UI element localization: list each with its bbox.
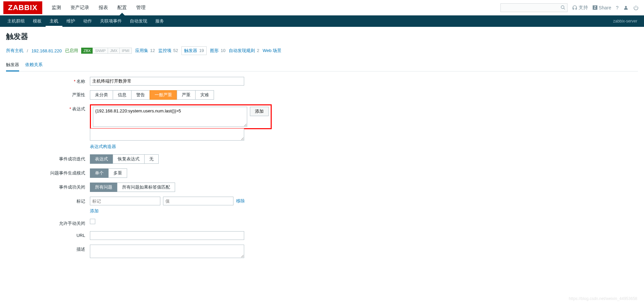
subnav-item-discovery[interactable]: 自动发现 <box>126 15 151 27</box>
manual-close-checkbox[interactable] <box>90 219 95 224</box>
search-icon[interactable] <box>560 5 566 11</box>
topnav-items: 监测 资产记录 报表 配置 管理 <box>47 0 150 15</box>
topnav-item-monitoring[interactable]: 监测 <box>47 0 66 15</box>
user-icon[interactable] <box>623 5 629 10</box>
ok-close-tag[interactable]: 所有问题如果标签值匹配 <box>117 183 175 192</box>
nav-applications[interactable]: 应用集 12 <box>135 48 155 54</box>
problem-mode-multiple[interactable]: 多重 <box>108 168 127 178</box>
page-title: 触发器 <box>6 32 638 42</box>
subnav-item-actions[interactable]: 动作 <box>79 15 96 27</box>
badge-zbx: ZBX <box>81 48 93 54</box>
sub-nav: 主机群组 模板 主机 维护 动作 关联项事件 自动发现 服务 zabbix-se… <box>0 15 644 27</box>
severity-warning[interactable]: 警告 <box>131 90 150 100</box>
power-icon[interactable] <box>633 5 639 10</box>
topnav-right: 支持 Z Share ? <box>500 3 644 12</box>
row-tags: 标记 移除 添加 <box>13 197 315 214</box>
svg-point-0 <box>561 5 564 8</box>
availability-badges: ZBX SNMP JMX IPMI <box>82 48 132 54</box>
row-expression: *表达式 添加 表达式构造器 <box>13 104 315 150</box>
subnav-item-correlation[interactable]: 关联项事件 <box>96 15 126 27</box>
badge-snmp: SNMP <box>93 48 108 54</box>
tag-add-link[interactable]: 添加 <box>90 208 99 214</box>
ok-event-none[interactable]: 无 <box>144 154 159 164</box>
description-textarea[interactable] <box>90 245 244 258</box>
severity-group: 未分类 信息 警告 一般严重 严重 灾难 <box>90 90 214 100</box>
nav-graphs-label[interactable]: 图形 <box>210 48 219 53</box>
expression-highlight: 添加 <box>90 104 272 129</box>
tabs: 触发器 依赖关系 <box>6 59 638 71</box>
url-input[interactable] <box>90 231 244 240</box>
ok-close-group: 所有问题 所有问题如果标签值匹配 <box>90 183 175 192</box>
topnav-item-reports[interactable]: 报表 <box>94 0 113 15</box>
label-description: 描述 <box>76 247 85 252</box>
row-problem-mode: 问题事件生成模式 单个 多重 <box>13 168 315 178</box>
label-severity: 严重性 <box>72 92 85 97</box>
severity-disaster[interactable]: 灾难 <box>195 90 214 100</box>
subnav-item-services[interactable]: 服务 <box>151 15 168 27</box>
topnav-item-configuration[interactable]: 配置 <box>113 0 131 15</box>
tag-name-input[interactable] <box>90 197 160 205</box>
topnav-item-inventory[interactable]: 资产记录 <box>66 0 94 15</box>
subnav-server: zabbix-server <box>613 19 641 23</box>
all-hosts-link[interactable]: 所有主机 <box>6 48 23 54</box>
tag-row: 移除 <box>90 197 315 205</box>
problem-mode-single[interactable]: 单个 <box>90 168 109 178</box>
support-label: 支持 <box>579 5 588 11</box>
nav-discovery-label[interactable]: 自动发现规则 <box>229 48 255 53</box>
row-ok-event: 事件成功迭代 表达式 恢复表达式 无 <box>13 154 315 164</box>
tab-trigger[interactable]: 触发器 <box>6 59 19 71</box>
top-nav: ZABBIX 监测 资产记录 报表 配置 管理 支持 Z Share ? <box>0 0 644 15</box>
ok-close-all[interactable]: 所有问题 <box>90 183 117 192</box>
search-input[interactable] <box>500 3 568 12</box>
host-ip-link[interactable]: 192.168.81.220 <box>32 48 62 53</box>
page: 触发器 所有主机 / 192.168.81.220 已启用 ZBX SNMP J… <box>0 27 644 268</box>
help-icon[interactable]: ? <box>616 5 619 10</box>
expression-rest <box>90 128 315 142</box>
label-url: URL <box>76 233 85 238</box>
ok-event-group: 表达式 恢复表达式 无 <box>90 154 159 164</box>
subnav-item-templates[interactable]: 模板 <box>29 15 46 27</box>
nav-triggers-count: 19 <box>199 48 204 53</box>
nav-web-label[interactable]: Web 场景 <box>263 48 281 54</box>
topnav-item-administration[interactable]: 管理 <box>131 0 150 15</box>
subnav-item-hosts[interactable]: 主机 <box>46 15 62 27</box>
badge-jmx: JMX <box>108 48 120 54</box>
support-link[interactable]: 支持 <box>572 5 588 11</box>
subnav-item-hostgroups[interactable]: 主机群组 <box>3 15 29 27</box>
nav-applications-label[interactable]: 应用集 <box>135 48 148 53</box>
tab-dependencies[interactable]: 依赖关系 <box>25 59 43 71</box>
name-input[interactable] <box>90 77 244 86</box>
share-prefix-icon: Z <box>593 5 597 10</box>
nav-items-label[interactable]: 监控项 <box>158 48 171 53</box>
tag-remove-link[interactable]: 移除 <box>236 198 245 204</box>
nav-graphs[interactable]: 图形 10 <box>210 48 225 54</box>
severity-high[interactable]: 严重 <box>177 90 196 100</box>
severity-information[interactable]: 信息 <box>113 90 131 100</box>
label-ok-event: 事件成功迭代 <box>59 156 85 161</box>
trigger-form: *名称 严重性 未分类 信息 警告 一般严重 严重 灾难 *表达式 <box>13 77 315 259</box>
nav-triggers[interactable]: 触发器 19 <box>181 46 207 55</box>
logo[interactable]: ZABBIX <box>3 1 42 14</box>
row-name: *名称 <box>13 77 315 86</box>
nav-items[interactable]: 监控项 52 <box>158 48 178 54</box>
ok-event-expression[interactable]: 表达式 <box>90 154 113 164</box>
expression-textarea[interactable] <box>93 107 247 127</box>
severity-average[interactable]: 一般严重 <box>150 90 177 100</box>
subnav-item-maintenance[interactable]: 维护 <box>62 15 79 27</box>
ok-event-recovery[interactable]: 恢复表达式 <box>113 154 145 164</box>
expression-textarea-cont[interactable] <box>90 129 244 141</box>
svg-point-2 <box>625 6 627 7</box>
nav-discovery[interactable]: 自动发现规则 2 <box>229 48 259 54</box>
label-problem-mode: 问题事件生成模式 <box>50 170 85 175</box>
label-ok-close: 事件成功关闭 <box>59 185 85 190</box>
share-link[interactable]: Z Share <box>593 5 611 10</box>
expression-add-button[interactable]: 添加 <box>250 107 269 116</box>
nav-items-count: 52 <box>173 48 178 53</box>
expression-constructor-link[interactable]: 表达式构造器 <box>90 144 116 150</box>
badge-ipmi: IPMI <box>119 48 132 54</box>
nav-graphs-count: 10 <box>221 48 225 53</box>
severity-unclassified[interactable]: 未分类 <box>90 90 113 100</box>
tag-value-input[interactable] <box>163 197 233 205</box>
share-label: Share <box>599 5 611 10</box>
nav-triggers-label[interactable]: 触发器 <box>184 48 197 53</box>
